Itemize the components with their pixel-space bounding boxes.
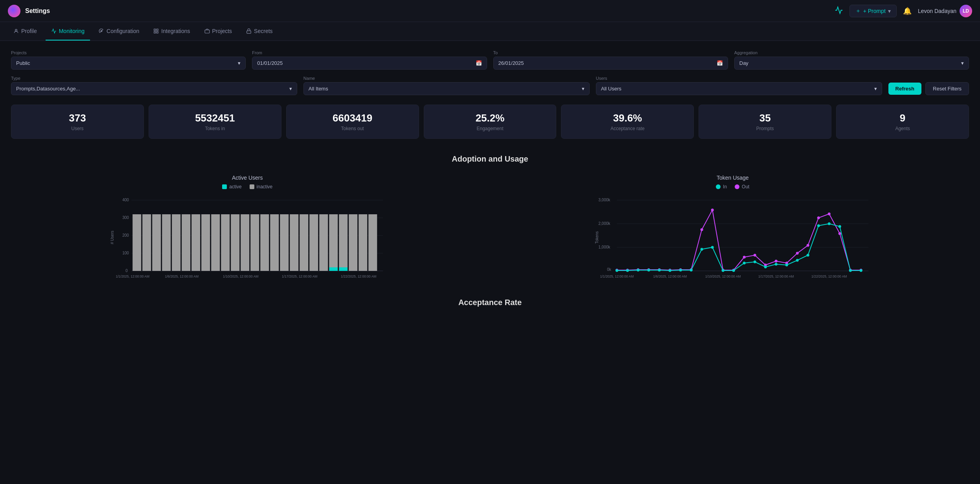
projects-select[interactable]: Public ▾ [11, 57, 246, 70]
svg-point-94 [721, 269, 724, 272]
adoption-section-title: Adoption and Usage [11, 155, 969, 164]
stat-acceptance-label: Acceptance rate [568, 126, 687, 131]
svg-text:1/17/2025, 12:00:00 AM: 1/17/2025, 12:00:00 AM [758, 274, 794, 278]
svg-rect-23 [172, 214, 180, 271]
config-icon [99, 28, 104, 34]
grid-icon [153, 28, 159, 34]
chevron-down-icon-4: ▾ [582, 86, 585, 92]
legend-in: In [716, 184, 727, 190]
stat-engagement: 25.2% Engagement [424, 105, 557, 139]
svg-rect-2 [154, 29, 156, 30]
svg-text:1/6/2025, 12:00:00 AM: 1/6/2025, 12:00:00 AM [653, 274, 687, 278]
svg-rect-34 [280, 214, 289, 271]
svg-rect-41 [339, 214, 348, 267]
svg-point-79 [817, 217, 820, 219]
svg-rect-29 [231, 214, 239, 271]
users-select[interactable]: All Users ▾ [596, 82, 882, 95]
svg-point-91 [689, 269, 692, 272]
svg-rect-38 [319, 214, 328, 271]
tab-monitoring[interactable]: Monitoring [46, 22, 90, 40]
prompt-button[interactable]: ＋ + Prompt ▾ [849, 5, 897, 17]
svg-rect-19 [132, 214, 141, 271]
stat-prompts: 35 Prompts [699, 105, 831, 139]
name-label: Name [303, 76, 590, 81]
filters-row-1: Projects Public ▾ From 01/01/2025 📅 To 2… [11, 50, 969, 70]
user-info[interactable]: Levon Dadayan LD [918, 5, 972, 17]
app-title: Settings [25, 7, 50, 15]
filter-aggregation: Aggregation Day ▾ [734, 50, 969, 70]
svg-point-90 [679, 269, 682, 272]
token-usage-chart: Token Usage In Out 3,000k 2,000k 1,000k … [496, 175, 969, 282]
svg-point-104 [827, 223, 830, 225]
svg-text:200: 200 [122, 233, 129, 237]
from-label: From [252, 50, 487, 55]
to-label: To [493, 50, 728, 55]
tab-integrations[interactable]: Integrations [148, 22, 195, 40]
svg-point-81 [838, 232, 841, 235]
svg-rect-42 [339, 267, 348, 271]
users-value: All Users [601, 86, 621, 92]
svg-rect-30 [241, 214, 249, 271]
notification-button[interactable]: 🔔 [903, 7, 912, 15]
svg-point-100 [785, 264, 788, 267]
active-dot [222, 184, 227, 189]
svg-rect-20 [142, 214, 151, 271]
svg-point-101 [796, 259, 798, 262]
tab-profile-label: Profile [21, 28, 37, 34]
svg-text:1/10/2025, 12:00:00 AM: 1/10/2025, 12:00:00 AM [223, 274, 258, 278]
svg-text:1/1/2025, 12:00:00 AM: 1/1/2025, 12:00:00 AM [116, 274, 149, 278]
type-select[interactable]: Prompts,Datasources,Age... ▾ [11, 82, 297, 95]
svg-rect-28 [221, 214, 230, 271]
from-input[interactable]: 01/01/2025 📅 [252, 57, 487, 70]
stat-tokens-out-label: Tokens out [293, 126, 412, 131]
reset-filters-button[interactable]: Reset Filters [925, 82, 969, 95]
topbar: Settings ＋ + Prompt ▾ 🔔 Levon Dadayan LD [0, 0, 980, 22]
svg-rect-21 [152, 214, 161, 271]
to-input[interactable]: 26/01/2025 📅 [493, 57, 728, 70]
users-label: Users [596, 76, 882, 81]
app-logo [8, 5, 20, 17]
svg-rect-26 [201, 214, 210, 271]
filter-to: To 26/01/2025 📅 [493, 50, 728, 70]
svg-text:1/22/2025, 12:00:00 AM: 1/22/2025, 12:00:00 AM [811, 274, 847, 278]
svg-rect-33 [270, 214, 279, 271]
svg-rect-3 [157, 29, 158, 30]
refresh-button[interactable]: Refresh [888, 83, 921, 95]
svg-point-105 [838, 225, 841, 228]
active-users-legend: active inactive [11, 184, 484, 190]
svg-point-72 [743, 256, 745, 259]
svg-text:0: 0 [125, 269, 128, 273]
tab-projects[interactable]: Projects [199, 22, 238, 40]
svg-point-106 [849, 269, 851, 272]
stat-users: 373 Users [11, 105, 144, 139]
filter-projects: Projects Public ▾ [11, 50, 246, 70]
filter-from: From 01/01/2025 📅 [252, 50, 487, 70]
stat-tokens-in-value: 5532451 [155, 112, 275, 124]
aggregation-label: Aggregation [734, 50, 969, 55]
svg-text:1/22/2025, 12:00:00 AM: 1/22/2025, 12:00:00 AM [341, 274, 376, 278]
acceptance-section-title: Acceptance Rate [11, 298, 969, 307]
svg-rect-25 [191, 214, 200, 271]
stat-tokens-in: 5532451 Tokens in [149, 105, 281, 139]
svg-point-75 [774, 260, 777, 263]
legend-out: Out [735, 184, 749, 190]
tab-configuration[interactable]: Configuration [93, 22, 145, 40]
tab-profile[interactable]: Profile [8, 22, 42, 40]
name-select[interactable]: All Items ▾ [303, 82, 590, 95]
main-content: Projects Public ▾ From 01/01/2025 📅 To 2… [0, 41, 980, 328]
aggregation-select[interactable]: Day ▾ [734, 57, 969, 70]
svg-point-84 [615, 269, 618, 272]
token-usage-chart-area: 3,000k 2,000k 1,000k 0k Tokens [496, 194, 969, 282]
svg-rect-7 [247, 31, 251, 33]
svg-text:100: 100 [122, 251, 129, 255]
lock-icon [246, 28, 252, 34]
tab-secrets[interactable]: Secrets [241, 22, 278, 40]
monitor-icon [835, 6, 843, 16]
svg-point-95 [732, 269, 735, 272]
person-icon [13, 28, 19, 34]
svg-point-68 [700, 228, 703, 231]
svg-point-73 [753, 254, 756, 257]
chevron-down-icon: ▾ [238, 60, 241, 66]
svg-point-85 [626, 269, 629, 272]
out-dot [735, 184, 739, 189]
